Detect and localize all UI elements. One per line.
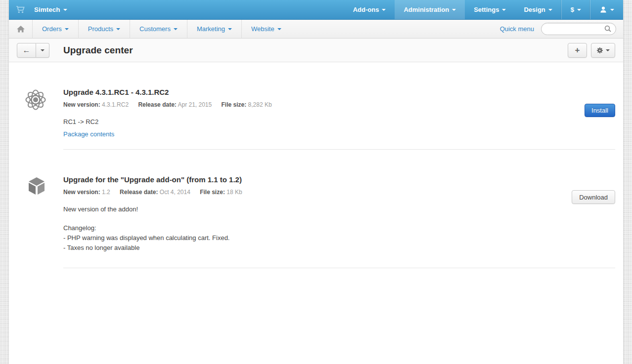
back-button[interactable]: ← bbox=[17, 43, 36, 58]
atom-icon bbox=[25, 89, 46, 111]
topnav-item-design[interactable]: Design bbox=[515, 0, 561, 19]
subnav-item-label: Orders bbox=[42, 25, 62, 33]
caret-down-icon bbox=[502, 9, 506, 11]
topnav-item-label: Design bbox=[524, 6, 545, 13]
subnav-item-marketing[interactable]: Marketing bbox=[187, 20, 242, 38]
entry-icon-col bbox=[17, 88, 63, 138]
user-icon bbox=[599, 6, 607, 13]
topnav-item-addons[interactable]: Add-ons bbox=[344, 0, 395, 19]
caret-down-icon bbox=[452, 9, 456, 11]
topnav-item-administration[interactable]: Administration bbox=[395, 0, 465, 19]
cart-icon bbox=[16, 5, 25, 14]
caret-down-icon bbox=[116, 28, 120, 30]
package-contents-link[interactable]: Package contents bbox=[63, 130, 114, 138]
subnav-item-website[interactable]: Website bbox=[242, 20, 291, 38]
settings-button[interactable] bbox=[591, 43, 615, 58]
meta-file-size: File size: 18 Kb bbox=[200, 189, 242, 196]
subnav-item-label: Website bbox=[251, 25, 274, 33]
back-dropdown-button[interactable] bbox=[36, 43, 49, 58]
subnav-item-products[interactable]: Products bbox=[79, 20, 130, 38]
entry-description: RC1 -> RC2 bbox=[63, 117, 585, 127]
back-button-group: ← bbox=[17, 43, 49, 58]
topnav-item-label: Administration bbox=[404, 6, 449, 13]
user-menu[interactable] bbox=[590, 0, 623, 19]
caret-down-icon bbox=[228, 28, 232, 30]
entry-description: New version of the addon! bbox=[63, 204, 572, 214]
entry-action-col: Install bbox=[585, 88, 615, 138]
secondary-navbar: Orders Products Customers Marketing Webs… bbox=[9, 20, 623, 39]
currency-label: $ bbox=[571, 6, 574, 13]
meta-release-date: Release date: Apr 21, 2015 bbox=[138, 101, 213, 108]
caret-down-icon bbox=[548, 9, 552, 11]
install-button[interactable]: Install bbox=[585, 104, 615, 117]
topnav-item-label: Settings bbox=[474, 6, 499, 13]
upgrade-entry-core: Upgrade 4.3.1.RC1 - 4.3.1.RC2 New versio… bbox=[17, 88, 615, 138]
subnav-item-label: Marketing bbox=[197, 25, 225, 33]
home-icon bbox=[17, 26, 25, 33]
changelog-item: - PHP warning was displayed when calcula… bbox=[63, 233, 572, 243]
page-title: Upgrade center bbox=[63, 45, 133, 56]
entry-action-col: Download bbox=[572, 175, 615, 253]
meta-new-version: New version: 1.2 bbox=[63, 189, 112, 196]
caret-down-icon bbox=[610, 9, 614, 11]
topnav-item-label: Add-ons bbox=[353, 6, 379, 13]
caret-down-icon bbox=[41, 49, 45, 51]
caret-down-icon bbox=[277, 28, 281, 30]
entry-title: Upgrade 4.3.1.RC1 - 4.3.1.RC2 bbox=[63, 88, 585, 96]
header-actions: + bbox=[568, 43, 615, 58]
caret-down-icon bbox=[577, 9, 581, 11]
entry-title: Upgrade for the "Upgrade add-on" (from 1… bbox=[63, 175, 572, 184]
changelog-item: - Taxes no longer available bbox=[63, 243, 572, 253]
main-panel: ← Upgrade center + bbox=[9, 39, 623, 364]
topnav-item-settings[interactable]: Settings bbox=[465, 0, 515, 19]
search-icon bbox=[604, 25, 612, 35]
search-box bbox=[541, 23, 616, 35]
caret-down-icon bbox=[606, 49, 610, 51]
meta-new-version: New version: 4.3.1.RC2 bbox=[63, 101, 130, 108]
topnav-spacer bbox=[74, 0, 344, 19]
changelog-title: Changelog: bbox=[63, 223, 572, 233]
page-header: ← Upgrade center + bbox=[9, 39, 623, 62]
entry-meta: New version: 4.3.1.RC2 Release date: Apr… bbox=[63, 101, 585, 108]
caret-down-icon bbox=[65, 28, 69, 30]
subnav-item-label: Products bbox=[88, 25, 113, 33]
add-button[interactable]: + bbox=[568, 43, 587, 58]
back-arrow-icon: ← bbox=[23, 46, 31, 55]
subnav-right: Quick menu bbox=[500, 20, 623, 38]
meta-file-size: File size: 8,282 Kb bbox=[222, 101, 272, 108]
subnav-item-customers[interactable]: Customers bbox=[130, 20, 187, 38]
brand-menu[interactable]: Simtech bbox=[9, 0, 74, 19]
home-button[interactable] bbox=[9, 20, 33, 38]
entry-body: Upgrade for the "Upgrade add-on" (from 1… bbox=[63, 175, 572, 253]
currency-menu[interactable]: $ bbox=[561, 0, 590, 19]
meta-release-date: Release date: Oct 4, 2014 bbox=[120, 189, 192, 196]
subnav-item-label: Customers bbox=[139, 25, 171, 33]
plus-icon: + bbox=[575, 45, 580, 55]
entry-icon-col bbox=[17, 175, 63, 253]
entry-body: Upgrade 4.3.1.RC1 - 4.3.1.RC2 New versio… bbox=[63, 88, 585, 138]
caret-down-icon bbox=[63, 9, 67, 11]
divider bbox=[63, 149, 615, 150]
brand-label: Simtech bbox=[34, 6, 60, 13]
download-button[interactable]: Download bbox=[572, 190, 615, 204]
top-navbar: Simtech Add-ons Administration Settings … bbox=[9, 0, 623, 20]
entry-meta: New version: 1.2 Release date: Oct 4, 20… bbox=[63, 189, 572, 196]
quick-menu-link[interactable]: Quick menu bbox=[500, 25, 534, 33]
caret-down-icon bbox=[382, 9, 386, 11]
upgrade-entry-addon: Upgrade for the "Upgrade add-on" (from 1… bbox=[17, 175, 615, 253]
divider bbox=[63, 268, 615, 268]
subnav-item-orders[interactable]: Orders bbox=[33, 20, 79, 38]
caret-down-icon bbox=[174, 28, 178, 30]
gear-icon bbox=[596, 47, 603, 54]
entry-changelog: Changelog: - PHP warning was displayed w… bbox=[63, 223, 572, 253]
page-container: Simtech Add-ons Administration Settings … bbox=[9, 0, 623, 364]
upgrade-list: Upgrade 4.3.1.RC1 - 4.3.1.RC2 New versio… bbox=[9, 62, 623, 268]
cube-icon bbox=[25, 176, 46, 196]
